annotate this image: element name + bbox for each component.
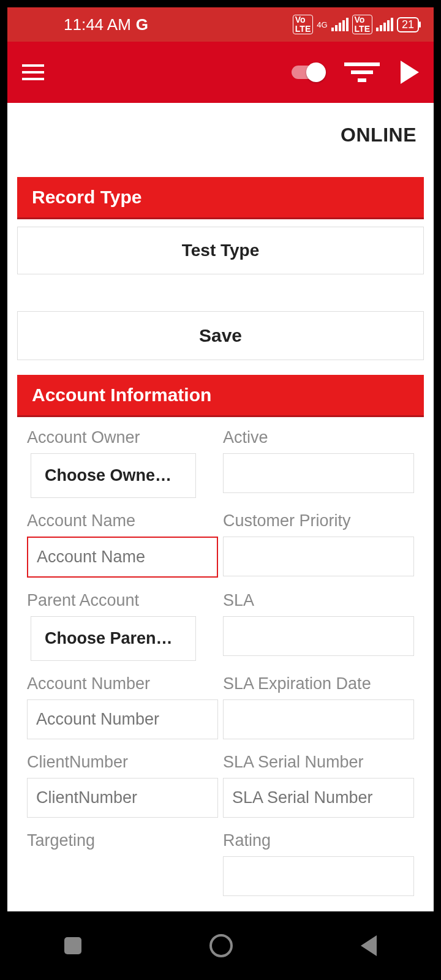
targeting-label: Targeting — [27, 831, 218, 850]
sync-toggle[interactable] — [292, 66, 323, 79]
rating-label: Rating — [223, 831, 414, 850]
recent-apps-icon[interactable] — [64, 937, 81, 954]
record-type-header: Record Type — [17, 177, 424, 219]
status-bar: 11:44 AM G VoLTE 4G VoLTE 21 — [7, 7, 434, 42]
battery-icon: 21 — [397, 17, 419, 32]
active-label: Active — [223, 428, 414, 447]
parent-account-picker[interactable]: Choose Paren… — [31, 616, 196, 661]
home-icon[interactable] — [209, 934, 233, 957]
customer-priority-input[interactable] — [223, 537, 414, 576]
android-navbar — [0, 911, 441, 980]
client-number-input[interactable] — [27, 778, 218, 818]
signal-icon-2 — [376, 18, 393, 31]
sla-serial-label: SLA Serial Number — [223, 753, 414, 772]
customer-priority-label: Customer Priority — [223, 511, 414, 530]
network-4g-icon: 4G — [317, 21, 327, 29]
rating-input[interactable] — [223, 856, 414, 896]
account-owner-label: Account Owner — [27, 428, 218, 447]
parent-account-label: Parent Account — [27, 591, 218, 610]
sla-serial-input[interactable] — [223, 778, 414, 818]
active-input[interactable] — [223, 453, 414, 493]
app-toolbar — [7, 42, 434, 103]
save-button[interactable]: Save — [17, 311, 424, 360]
sla-expiration-input[interactable] — [223, 699, 414, 739]
menu-icon[interactable] — [22, 64, 44, 80]
sla-expiration-label: SLA Expiration Date — [223, 674, 414, 693]
record-type-select[interactable]: Test Type — [17, 227, 424, 274]
content-area: ONLINE Record Type Test Type Save Accoun… — [7, 103, 434, 911]
online-status: ONLINE — [341, 124, 417, 146]
google-icon: G — [136, 15, 148, 34]
play-icon[interactable] — [401, 61, 419, 84]
status-time: 11:44 AM — [64, 15, 131, 34]
filter-icon[interactable] — [344, 62, 380, 82]
back-icon[interactable] — [361, 935, 377, 956]
volte-icon-2: VoLTE — [352, 15, 372, 35]
account-owner-picker[interactable]: Choose Owne… — [31, 453, 196, 498]
account-name-input[interactable] — [27, 537, 218, 578]
signal-icon-1 — [331, 18, 349, 31]
account-number-label: Account Number — [27, 674, 218, 693]
client-number-label: ClientNumber — [27, 753, 218, 772]
volte-icon-1: VoLTE — [293, 15, 313, 35]
account-number-input[interactable] — [27, 699, 218, 739]
account-name-label: Account Name — [27, 511, 218, 530]
sla-input[interactable] — [223, 616, 414, 656]
sla-label: SLA — [223, 591, 414, 610]
account-info-header: Account Information — [17, 375, 424, 417]
